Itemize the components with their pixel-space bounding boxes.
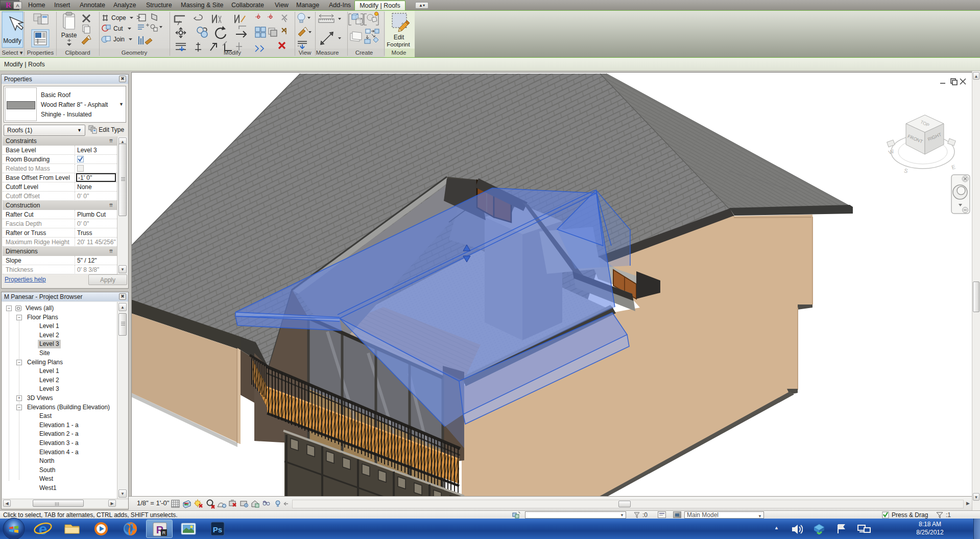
svg-text:Cut: Cut [113,25,123,32]
svg-text:E: E [951,163,956,170]
svg-text:Join: Join [113,36,125,43]
svg-text:View: View [299,50,312,56]
svg-text:Paste: Paste [61,32,77,39]
svg-text:W: W [888,148,895,155]
svg-text:Edit: Edit [394,34,404,41]
svg-text:Footprint: Footprint [387,41,410,48]
svg-text:R: R [162,530,166,535]
svg-text:Mode: Mode [392,50,407,56]
svg-text:Select ▾: Select ▾ [2,50,23,56]
svg-text:Geometry: Geometry [122,50,148,56]
svg-text:Ps: Ps [213,525,222,534]
svg-text:Modify: Modify [224,50,241,56]
svg-text:Measure: Measure [316,50,339,56]
svg-text:Properties: Properties [27,50,54,56]
svg-text:Cope: Cope [111,14,126,21]
svg-text:Modify: Modify [3,37,21,44]
svg-text:Clipboard: Clipboard [65,50,90,56]
svg-text:S: S [903,167,909,174]
svg-text:Create: Create [355,50,373,56]
